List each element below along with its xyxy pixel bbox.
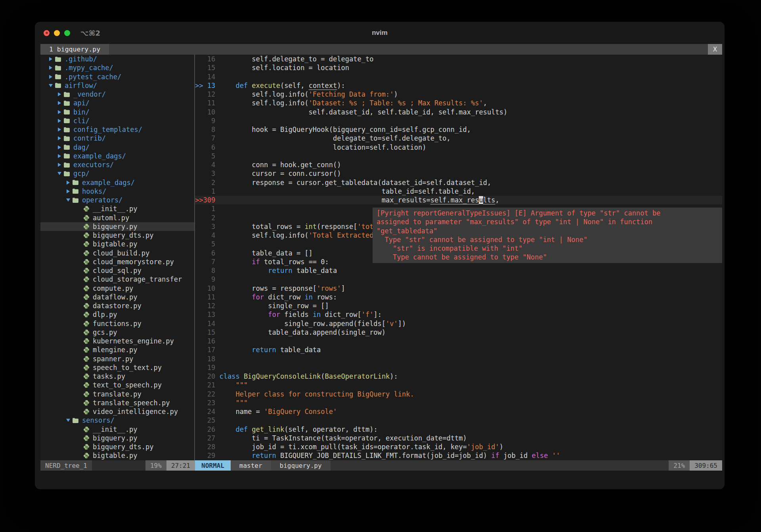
code-line[interactable]: 24 name = 'BigQuery Console' [195, 407, 722, 416]
chevron-right-icon[interactable] [64, 189, 72, 193]
tree-item-dlp.py[interactable]: dlp.py [40, 310, 194, 319]
tree-item-translate_speech.py[interactable]: translate_speech.py [40, 399, 194, 407]
tree-item-sensors[interactable]: sensors/ [40, 416, 194, 425]
tree-item-datastore.py[interactable]: datastore.py [40, 301, 194, 310]
chevron-right-icon[interactable] [55, 154, 63, 158]
tree-item-compute.py[interactable]: compute.py [40, 284, 194, 293]
tree-item-dag[interactable]: dag/ [40, 143, 194, 152]
code-line[interactable]: 9 [195, 116, 722, 125]
zoom-window-button[interactable] [64, 30, 70, 36]
tree-item-bin[interactable]: bin/ [40, 108, 194, 116]
code-line[interactable]: 12 self.log.info('Fetching Data from:') [195, 90, 722, 99]
chevron-right-icon[interactable] [47, 57, 55, 61]
code-line[interactable]: 21 """ [195, 381, 722, 389]
tree-item-cloud_sql.py[interactable]: cloud_sql.py [40, 266, 194, 275]
code-line[interactable]: 29 return BIGQUERY_JOB_DETAILS_LINK_FMT.… [195, 451, 722, 460]
code-line[interactable]: 16 self.delegate_to = delegate_to [195, 55, 722, 63]
tree-item-cli[interactable]: cli/ [40, 116, 194, 125]
code-line[interactable]: 7 delegate_to=self.delegate_to, [195, 134, 722, 143]
tree-item-cloud_build.py[interactable]: cloud_build.py [40, 249, 194, 257]
tree-item-example_dags[interactable]: example_dags/ [40, 178, 194, 187]
code-line[interactable]: 14 single_row.append(fields['v']) [195, 319, 722, 328]
tree-item-example_dags[interactable]: example_dags/ [40, 152, 194, 160]
code-line[interactable]: 2 response = cursor.get_tabledata(datase… [195, 178, 722, 187]
code-line[interactable]: 10 self.dataset_id, self.table_id, self.… [195, 108, 722, 116]
chevron-right-icon[interactable] [47, 66, 55, 70]
tree-item-api[interactable]: api/ [40, 99, 194, 107]
tree-item-gcs.py[interactable]: gcs.py [40, 328, 194, 337]
tree-item-spanner.py[interactable]: spanner.py [40, 355, 194, 363]
tree-item-bigquery.py[interactable]: bigquery.py [40, 222, 194, 231]
code-line[interactable]: 23 """ [195, 399, 722, 407]
tab-close-button[interactable]: X [708, 44, 722, 55]
tree-item-automl.py[interactable]: automl.py [40, 214, 194, 222]
code-line[interactable]: 3 cursor = conn.cursor() [195, 169, 722, 178]
code-line[interactable]: 16 [195, 337, 722, 345]
tab-bigquery[interactable]: 1 bigquery.py [40, 44, 109, 55]
code-line-current[interactable]: >>309 max_results=self.max_results, [195, 196, 722, 204]
tree-item-text_to_speech.py[interactable]: text_to_speech.py [40, 381, 194, 389]
close-window-button[interactable] [44, 30, 50, 36]
tree-item-tasks.py[interactable]: tasks.py [40, 372, 194, 381]
code-line[interactable]: 26 def get_link(self, operator, dttm): [195, 425, 722, 434]
tree-item-bigquery_dts.py[interactable]: bigquery_dts.py [40, 231, 194, 240]
tree-item-__init__.py[interactable]: __init__.py [40, 204, 194, 213]
code-line[interactable]: 8 hook = BigQueryHook(bigquery_conn_id=s… [195, 125, 722, 134]
tree-item-config_templates[interactable]: config_templates/ [40, 125, 194, 134]
command-line[interactable] [40, 471, 722, 489]
code-line[interactable]: 18 [195, 355, 722, 363]
tree-item-gcp[interactable]: gcp/ [40, 169, 194, 178]
code-line[interactable]: 22 Helper class for constructing BigQuer… [195, 390, 722, 399]
tree-item-bigquery.py[interactable]: bigquery.py [40, 434, 194, 442]
tree-item-operators[interactable]: operators/ [40, 196, 194, 204]
tree-item-mlengine.py[interactable]: mlengine.py [40, 345, 194, 354]
chevron-right-icon[interactable] [55, 145, 63, 149]
code-line[interactable]: >> 13 def execute(self, context): [195, 81, 722, 90]
chevron-down-icon[interactable] [47, 84, 55, 87]
code-line[interactable]: 17 return table_data [195, 345, 722, 354]
tree-item-contrib[interactable]: contrib/ [40, 134, 194, 143]
code-line[interactable]: 19 [195, 363, 722, 372]
tree-item-cloud_memorystore.py[interactable]: cloud_memorystore.py [40, 257, 194, 266]
tree-item-video_intelligence.py[interactable]: video_intelligence.py [40, 407, 194, 416]
chevron-right-icon[interactable] [55, 128, 63, 132]
tree-item-functions.py[interactable]: functions.py [40, 319, 194, 328]
chevron-right-icon[interactable] [55, 92, 63, 96]
tree-item-hooks[interactable]: hooks/ [40, 187, 194, 196]
code-line[interactable]: 10 rows = response['rows'] [195, 284, 722, 293]
code-line[interactable]: 27 ti = TaskInstance(task=operator, exec… [195, 434, 722, 442]
tree-item-cloud_storage_transfer[interactable]: cloud_storage_transfer [40, 275, 194, 284]
tree-item-bigtable.py[interactable]: bigtable.py [40, 240, 194, 248]
code-line[interactable]: 8 return table_data [195, 266, 722, 275]
chevron-right-icon[interactable] [55, 163, 63, 167]
code-line[interactable]: 28 job_id = ti.xcom_pull(task_ids=operat… [195, 442, 722, 451]
chevron-right-icon[interactable] [55, 110, 63, 114]
code-line[interactable]: 5 [195, 152, 722, 160]
code-line[interactable]: 11 for dict_row in rows: [195, 293, 722, 301]
chevron-right-icon[interactable] [55, 119, 63, 123]
tree-item-.github[interactable]: .github/ [40, 55, 194, 63]
tree-item-dataflow.py[interactable]: dataflow.py [40, 293, 194, 301]
tree-item-executors[interactable]: executors/ [40, 160, 194, 169]
tree-item-speech_to_text.py[interactable]: speech_to_text.py [40, 363, 194, 372]
code-line[interactable]: 6 location=self.location) [195, 143, 722, 152]
tree-item-translate.py[interactable]: translate.py [40, 390, 194, 399]
tree-item-_vendor[interactable]: _vendor/ [40, 90, 194, 99]
chevron-down-icon[interactable] [55, 172, 63, 175]
code-line[interactable]: 13 for fields in dict_row['f']: [195, 310, 722, 319]
chevron-down-icon[interactable] [64, 198, 72, 202]
tree-item-bigtable.py[interactable]: bigtable.py [40, 451, 194, 460]
code-line[interactable]: 15 table_data.append(single_row) [195, 328, 722, 337]
chevron-right-icon[interactable] [47, 75, 55, 79]
code-line[interactable]: 15 self.location = location [195, 63, 722, 72]
code-line[interactable]: 1 table_id=self.table_id, [195, 187, 722, 196]
code-editor[interactable]: 16 self.delegate_to = delegate_to 15 sel… [195, 55, 722, 460]
tree-item-kubernetes_engine.py[interactable]: kubernetes_engine.py [40, 337, 194, 345]
code-line[interactable]: 14 [195, 72, 722, 81]
code-line[interactable]: 12 single_row = [] [195, 301, 722, 310]
tree-item-.mypy_cache[interactable]: .mypy_cache/ [40, 63, 194, 72]
tree-item-airflow[interactable]: airflow/ [40, 81, 194, 90]
chevron-right-icon[interactable] [55, 101, 63, 105]
chevron-right-icon[interactable] [64, 181, 72, 185]
code-line[interactable]: 4 conn = hook.get_conn() [195, 160, 722, 169]
